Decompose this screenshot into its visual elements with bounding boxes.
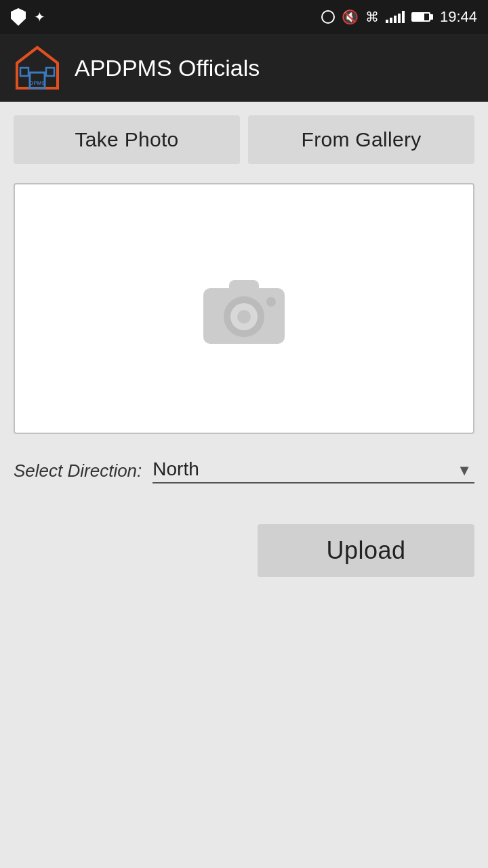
svg-text:OPMS: OPMS bbox=[29, 80, 45, 86]
svg-point-10 bbox=[266, 297, 276, 307]
app-bar: OPMS APDPMS Officials bbox=[0, 34, 488, 102]
shield-icon bbox=[11, 8, 26, 26]
svg-rect-3 bbox=[46, 68, 54, 76]
usb-icon: ✦ bbox=[34, 9, 45, 25]
app-logo: OPMS bbox=[14, 44, 61, 92]
status-left-icons: ✦ bbox=[11, 8, 45, 26]
circle-icon bbox=[321, 10, 335, 24]
photo-preview-area bbox=[14, 183, 474, 434]
take-photo-button[interactable]: Take Photo bbox=[14, 115, 240, 164]
mute-icon: 🔇 bbox=[342, 9, 359, 25]
wifi-icon: ⌘ bbox=[365, 9, 379, 25]
status-right-icons: 🔇 ⌘ 19:44 bbox=[321, 8, 477, 26]
svg-rect-2 bbox=[20, 68, 28, 76]
signal-bars-icon bbox=[386, 11, 405, 23]
app-title: APDPMS Officials bbox=[75, 55, 260, 81]
svg-rect-6 bbox=[229, 280, 259, 295]
upload-button[interactable]: Upload bbox=[258, 524, 474, 577]
status-bar: ✦ 🔇 ⌘ 19:44 bbox=[0, 0, 488, 34]
action-buttons-row: Take Photo From Gallery bbox=[14, 115, 474, 164]
direction-row: Select Direction: North South East West … bbox=[14, 458, 474, 484]
direction-select-wrapper: North South East West ▼ bbox=[152, 458, 474, 484]
status-time: 19:44 bbox=[440, 8, 477, 26]
upload-button-wrapper: Upload bbox=[14, 524, 474, 577]
from-gallery-button[interactable]: From Gallery bbox=[248, 115, 474, 164]
direction-label: Select Direction: bbox=[14, 460, 142, 481]
svg-point-9 bbox=[237, 310, 251, 323]
camera-icon bbox=[197, 268, 291, 349]
direction-select[interactable]: North South East West bbox=[152, 458, 474, 479]
main-content: Take Photo From Gallery Select Di bbox=[0, 102, 488, 591]
battery-icon bbox=[411, 12, 433, 22]
camera-placeholder-icon bbox=[197, 268, 291, 349]
